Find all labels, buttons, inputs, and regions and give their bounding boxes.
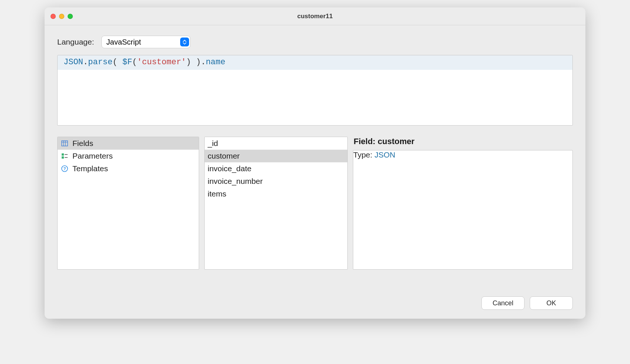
ok-button[interactable]: OK [530, 296, 573, 310]
token-open-paren-2: ( [132, 58, 137, 67]
detail-type-label: Type: [353, 150, 374, 159]
parameters-icon [61, 152, 69, 160]
field-item-label: invoice_date [208, 164, 251, 173]
expression-editor[interactable]: JSON.parse( $F('customer') ).name [57, 55, 573, 126]
token-close-paren-2: ) [186, 58, 191, 67]
zoom-icon[interactable] [68, 14, 73, 19]
field-item-label: invoice_number [208, 177, 263, 186]
fields-icon [61, 139, 69, 147]
detail-body: Type: JSON [353, 150, 572, 159]
panels-row: FieldsParameters?Templates _idcustomerin… [57, 137, 573, 270]
field-item-label: customer [208, 152, 240, 160]
category-item-label: Fields [72, 139, 93, 148]
token-parse: parse [88, 58, 113, 67]
token-name: name [206, 58, 225, 67]
dialog-window: customer11 Language: JavaScript JSON.par… [45, 7, 585, 319]
svg-rect-5 [62, 156, 64, 159]
detail-panel: Type: JSON [353, 150, 573, 270]
fields-panel: _idcustomerinvoice_dateinvoice_numberite… [204, 137, 348, 270]
detail-type-value: JSON [374, 150, 395, 159]
field-item-label: items [208, 189, 226, 198]
language-row: Language: JavaScript [57, 36, 573, 48]
language-select-wrap: JavaScript [101, 36, 191, 48]
minimize-icon[interactable] [59, 14, 64, 19]
field-item-label: _id [208, 139, 218, 148]
token-dot-2: . [201, 58, 206, 67]
detail-column: Field: customer Type: JSON [353, 137, 573, 270]
category-item-templates[interactable]: ?Templates [58, 162, 199, 175]
categories-panel: FieldsParameters?Templates [57, 137, 199, 270]
token-dot: . [83, 58, 88, 67]
cancel-button[interactable]: Cancel [481, 296, 525, 310]
token-close-paren: ) [191, 58, 201, 67]
field-item[interactable]: _id [205, 137, 347, 150]
language-label: Language: [57, 38, 94, 46]
svg-rect-0 [62, 141, 68, 146]
dialog-footer: Cancel OK [45, 289, 585, 319]
window-title: customer11 [45, 13, 585, 20]
category-item-label: Templates [72, 164, 108, 173]
close-icon[interactable] [51, 14, 56, 19]
category-item-parameters[interactable]: Parameters [58, 150, 199, 162]
templates-icon: ? [61, 165, 69, 173]
token-json: JSON [64, 58, 83, 67]
detail-header: Field: customer [353, 137, 573, 146]
dialog-content: Language: JavaScript JSON.parse( $F('cus… [45, 25, 585, 289]
window-controls [51, 14, 73, 19]
expression-line: JSON.parse( $F('customer') ).name [58, 55, 572, 70]
svg-rect-4 [62, 153, 64, 156]
category-item-label: Parameters [72, 152, 113, 160]
field-item[interactable]: customer [205, 150, 347, 162]
titlebar: customer11 [45, 7, 585, 25]
token-fn: $F [122, 58, 132, 67]
category-item-fields[interactable]: Fields [58, 137, 199, 150]
field-item[interactable]: invoice_date [205, 162, 347, 175]
field-item[interactable]: items [205, 188, 347, 200]
field-item[interactable]: invoice_number [205, 175, 347, 188]
token-open-paren: ( [113, 58, 122, 67]
svg-text:?: ? [64, 166, 66, 171]
language-select[interactable]: JavaScript [101, 36, 191, 48]
token-string: 'customer' [137, 58, 186, 67]
